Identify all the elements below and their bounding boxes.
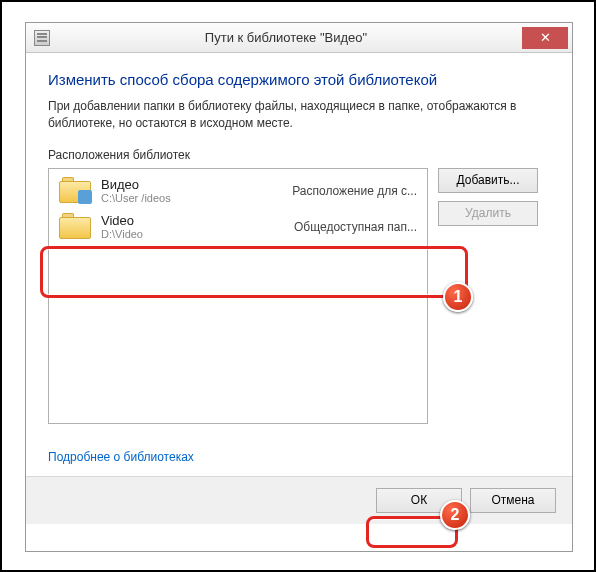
list-item[interactable]: Видео C:\User /ideos Расположение для с.…: [49, 173, 427, 209]
dialog-content: Изменить способ сбора содержимого этой б…: [26, 53, 572, 476]
list-item[interactable]: Video D:\Video Общедоступная пап...: [49, 209, 427, 245]
film-icon: [34, 30, 50, 46]
dialog-description: При добавлении папки в библиотеку файлы,…: [48, 98, 550, 132]
item-description: Общедоступная пап...: [267, 220, 417, 234]
add-button[interactable]: Добавить...: [438, 168, 538, 193]
annotation-badge: 1: [443, 282, 473, 312]
locations-listbox[interactable]: Видео C:\User /ideos Расположение для с.…: [48, 168, 428, 424]
close-icon: ✕: [540, 30, 551, 45]
title-bar[interactable]: Пути к библиотеке "Видео" ✕: [26, 23, 572, 53]
learn-more-link[interactable]: Подробнее о библиотеках: [48, 450, 194, 464]
dialog-heading: Изменить способ сбора содержимого этой б…: [48, 71, 550, 88]
item-path: D:\Video: [101, 228, 267, 240]
window-title: Пути к библиотеке "Видео": [50, 30, 522, 45]
folder-icon: [59, 213, 93, 241]
list-label: Расположения библиотек: [48, 148, 550, 162]
item-path: C:\User /ideos: [101, 192, 267, 204]
folder-video-icon: [59, 177, 93, 205]
annotation-badge: 2: [440, 500, 470, 530]
item-name: Видео: [101, 177, 267, 192]
item-name: Video: [101, 213, 267, 228]
remove-button: Удалить: [438, 201, 538, 226]
close-button[interactable]: ✕: [522, 27, 568, 49]
cancel-button[interactable]: Отмена: [470, 488, 556, 513]
item-description: Расположение для с...: [267, 184, 417, 198]
dialog-window: Пути к библиотеке "Видео" ✕ Изменить спо…: [25, 22, 573, 552]
dialog-footer: ОК Отмена: [26, 476, 572, 524]
